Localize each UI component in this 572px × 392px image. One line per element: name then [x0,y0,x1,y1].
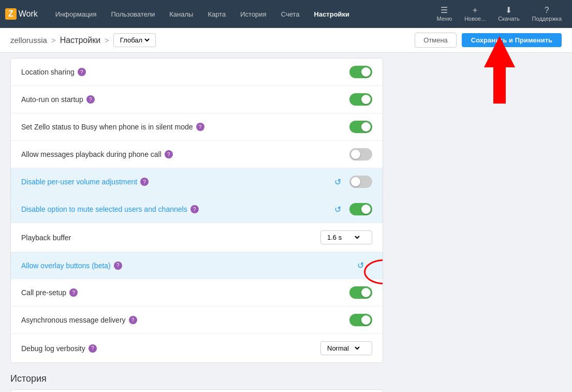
settings-row-location-sharing: Location sharing? [11,59,383,86]
row-controls-debug-verbosity: NormalVerboseDebug [320,341,372,355]
scope-select[interactable]: Глобал [118,36,151,45]
row-controls-auto-run [349,93,372,106]
help-icon-auto-run[interactable]: ? [86,95,95,104]
cancel-button[interactable]: Отмена [415,33,457,48]
nav-link-история[interactable]: История [233,0,273,28]
reset-icon-overlay-buttons[interactable]: ↺ [357,260,364,270]
nav-action-icon: ☰ [441,6,448,14]
scroll-content[interactable]: Location sharing?Auto-run on startup?Set… [0,53,572,392]
nav-link-карта[interactable]: Карта [200,0,233,28]
nav-link-настройки[interactable]: Настройки [307,0,357,28]
toggle-allow-playback[interactable] [349,148,372,161]
breadcrumb-bar: zellorussia > Настройки > Глобал Отмена … [0,28,572,53]
nav-action-новое...[interactable]: +Новое... [459,4,491,24]
row-controls-allow-playback [349,148,372,161]
row-controls-playback-buffer: 1.6 s0.8 s3.2 s [320,230,372,244]
settings-row-debug-verbosity: Debug log verbosity?NormalVerboseDebug [11,334,383,362]
toggle-thumb-location-sharing [361,67,371,77]
toggle-track-allow-playback [349,148,372,161]
logo[interactable]: Z Work [5,8,38,20]
settings-row-disable-mute: Disable option to mute selected users an… [11,196,383,223]
row-controls-disable-volume: ↺ [334,176,372,188]
nav-action-поддержка[interactable]: ?Поддержка [527,4,567,24]
settings-row-playback-buffer: Playback buffer1.6 s0.8 s3.2 s [11,223,383,252]
nav-action-icon: ⬇ [505,6,512,14]
logo-z: Z [5,8,17,20]
toggle-track-disable-volume [349,176,372,188]
row-label-text-location-sharing: Location sharing [21,68,75,76]
nav-link-информация[interactable]: Информация [48,0,104,28]
row-label-text-async-delivery: Asynchronous message delivery [21,316,126,324]
row-label-text-allow-playback: Allow messages playback during phone cal… [21,150,162,158]
scope-dropdown[interactable]: Глобал [113,33,156,47]
breadcrumb-actions: Отмена Сохранить и Применить [415,33,562,48]
row-label-debug-verbosity: Debug log verbosity? [21,344,320,353]
row-label-disable-volume[interactable]: Disable per-user volume adjustment? [21,178,334,186]
help-icon-overlay-buttons[interactable]: ? [114,262,122,270]
row-controls-async-delivery [349,314,372,326]
row-label-auto-run: Auto-run on startup? [21,95,349,104]
dropdown-playback-buffer[interactable]: 1.6 s0.8 s3.2 s [320,230,372,244]
toggle-async-delivery[interactable] [349,314,372,326]
row-label-text-playback-buffer: Playback buffer [21,234,71,242]
row-controls-call-presetup [349,286,372,299]
help-icon-call-presetup[interactable]: ? [69,288,78,297]
row-label-overlay-buttons[interactable]: Allow overlay buttons (beta)? [21,262,357,270]
row-label-call-presetup: Call pre-setup? [21,288,349,297]
reset-icon-disable-volume[interactable]: ↺ [334,177,341,187]
help-icon-debug-verbosity[interactable]: ? [89,344,97,353]
main-content: Location sharing?Auto-run on startup?Set… [0,53,393,392]
row-label-disable-mute[interactable]: Disable option to mute selected users an… [21,205,334,213]
row-controls-set-busy [349,121,372,133]
row-label-text-debug-verbosity: Debug log verbosity [21,344,85,353]
breadcrumb: zellorussia > Настройки > Глобал [10,33,415,47]
nav-link-счета[interactable]: Счета [274,0,307,28]
settings-row-set-busy: Set Zello status to Busy when phone is i… [11,113,383,141]
row-label-text-auto-run: Auto-run on startup [21,95,83,104]
nav-action-icon: + [473,6,477,14]
help-icon-allow-playback[interactable]: ? [165,150,173,158]
toggle-location-sharing[interactable] [349,66,372,78]
row-label-location-sharing: Location sharing? [21,68,349,76]
row-controls-overlay-buttons: ↺ [357,260,372,270]
nav-actions: ☰Меню+Новое...⬇Скачать?Поддержка [431,4,567,24]
help-icon-disable-volume[interactable]: ? [140,178,149,186]
help-icon-disable-mute[interactable]: ? [190,205,199,213]
toggle-disable-volume[interactable] [349,176,372,188]
select-playback-buffer[interactable]: 1.6 s0.8 s3.2 s [325,233,361,242]
toggle-disable-mute[interactable] [349,203,372,215]
nav-link-пользователи[interactable]: Пользователи [104,0,162,28]
nav-action-меню[interactable]: ☰Меню [431,4,457,24]
settings-row-auto-run: Auto-run on startup? [11,86,383,113]
history-section: Automatically delete messages?Never1 day… [10,389,383,392]
row-label-set-busy: Set Zello status to Busy when phone is i… [21,123,349,131]
nav-links: ИнформацияПользователиКаналыКартаИстория… [48,0,432,28]
help-icon-set-busy[interactable]: ? [196,123,204,131]
settings-row-allow-playback: Allow messages playback during phone cal… [11,141,383,168]
toggle-auto-run[interactable] [349,93,372,106]
breadcrumb-sep1: > [51,36,56,45]
select-debug-verbosity[interactable]: NormalVerboseDebug [325,344,361,353]
row-label-playback-buffer: Playback buffer [21,234,320,242]
toggle-call-presetup[interactable] [349,286,372,299]
toggle-set-busy[interactable] [349,121,372,133]
reset-icon-disable-mute[interactable]: ↺ [334,205,341,214]
help-icon-location-sharing[interactable]: ? [78,68,86,76]
breadcrumb-page: Настройки [60,36,100,45]
settings-row-async-delivery: Asynchronous message delivery? [11,307,383,334]
row-label-text-call-presetup: Call pre-setup [21,288,66,297]
toggle-thumb-disable-mute [361,205,371,214]
settings-row-overlay-buttons: Allow overlay buttons (beta)?↺ [11,252,383,279]
dropdown-debug-verbosity[interactable]: NormalVerboseDebug [320,341,372,355]
nav-link-каналы[interactable]: Каналы [162,0,200,28]
save-button[interactable]: Сохранить и Применить [462,33,562,47]
row-label-async-delivery: Asynchronous message delivery? [21,316,349,324]
nav-action-скачать[interactable]: ⬇Скачать [493,4,524,24]
toggle-thumb-async-delivery [361,315,371,325]
breadcrumb-org[interactable]: zellorussia [10,36,47,45]
toggle-thumb-call-presetup [361,288,371,297]
nav-action-label: Новое... [464,16,486,22]
help-icon-async-delivery[interactable]: ? [129,316,137,324]
toggle-thumb-set-busy [361,122,371,132]
settings-row-disable-volume: Disable per-user volume adjustment?↺ [11,168,383,196]
